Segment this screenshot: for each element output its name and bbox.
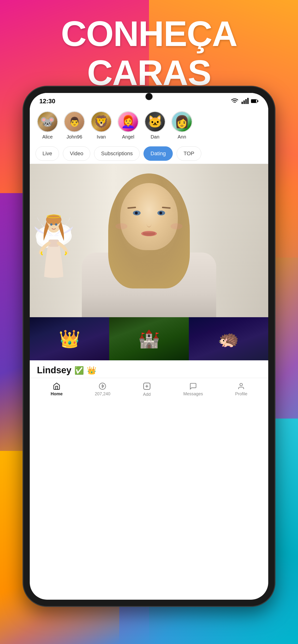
svg-point-13 (55, 223, 57, 226)
tab-video[interactable]: Video (63, 146, 90, 161)
crown-badge: 👑 (87, 366, 96, 375)
status-icons (231, 97, 259, 105)
message-icon (189, 382, 197, 390)
svg-rect-3 (245, 99, 247, 104)
eye-right (158, 210, 165, 216)
nav-add[interactable]: Add (142, 382, 151, 397)
status-time: 12:30 (39, 98, 55, 105)
wifi-icon (231, 97, 238, 105)
story-avatar-angel: 👩‍🦰 (117, 111, 139, 132)
story-angel[interactable]: 👩‍🦰 Angel (117, 111, 139, 140)
story-name-angel: Angel (122, 134, 134, 140)
nav-label-add: Add (143, 392, 151, 397)
story-name-ivan: Ivan (97, 134, 106, 140)
story-avatar-john96: 👨 (64, 111, 85, 132)
eyebrow-right (162, 206, 171, 209)
svg-point-19 (240, 383, 243, 386)
bottom-nav: Home 207,240 Add (30, 378, 268, 403)
story-avatar-ivan: 🦁 (91, 111, 112, 132)
tab-live[interactable]: Live (36, 146, 59, 161)
phone-camera (145, 93, 153, 100)
svg-rect-4 (247, 98, 249, 104)
coin-icon (99, 382, 106, 390)
story-avatar-ann: 👩 (171, 111, 192, 132)
thumbnail-crown[interactable]: 👑 (30, 317, 109, 360)
profile-name: Lindsey (37, 365, 72, 376)
story-dan[interactable]: 🐱 Dan (144, 111, 166, 140)
person-face (120, 183, 178, 250)
thumb-icon-crown: 👑 (59, 329, 80, 349)
svg-rect-1 (242, 102, 243, 104)
home-icon (53, 382, 60, 390)
story-avatar-dan: 🐱 (144, 111, 166, 132)
story-name-john96: John96 (66, 134, 82, 140)
person-smile (143, 232, 155, 236)
story-name-alice: Alice (42, 134, 53, 140)
svg-rect-2 (244, 100, 245, 104)
angel-character (35, 202, 73, 280)
thumbnail-castle[interactable]: 🏰 (109, 317, 189, 360)
eye-left (133, 210, 140, 216)
eyes-container (133, 210, 165, 216)
thumbnails-row: 👑 🏰 🦔 (30, 317, 268, 360)
nav-messages[interactable]: Messages (183, 382, 203, 396)
story-name-ann: Ann (178, 134, 186, 140)
angel-svg (35, 202, 73, 279)
thumb-icon-castle: 🏰 (138, 329, 160, 349)
cheek-right (171, 223, 183, 229)
signal-icon (241, 97, 249, 105)
add-icon (142, 382, 151, 390)
tabs-row: Live Video Subscriptions Dating TOP (30, 144, 268, 164)
cheek-left (115, 223, 127, 229)
main-photo[interactable] (30, 164, 268, 317)
story-alice[interactable]: 🐭 Alice (37, 111, 58, 140)
nav-label-messages: Messages (183, 392, 203, 396)
person-icon (237, 382, 245, 390)
verified-badge: ✅ (74, 366, 84, 375)
tab-top[interactable]: TOP (177, 146, 201, 161)
nav-label-home: Home (51, 392, 63, 396)
name-section: Lindsey ✅ 👑 (30, 360, 268, 378)
nav-label-coins: 207,240 (95, 392, 110, 396)
story-ann[interactable]: 👩 Ann (171, 111, 192, 140)
svg-rect-6 (251, 100, 256, 102)
phone-screen: 12:30 (30, 93, 268, 600)
nav-profile[interactable]: Profile (235, 382, 247, 396)
story-name-dan: Dan (151, 134, 160, 140)
nav-home[interactable]: Home (51, 382, 63, 396)
battery-icon (251, 97, 259, 105)
stories-row: 🐭 Alice 👨 John96 (30, 107, 268, 144)
tab-dating[interactable]: Dating (143, 146, 173, 161)
nav-coins[interactable]: 207,240 (95, 382, 110, 396)
eyebrow-left (127, 206, 136, 209)
svg-point-12 (50, 223, 53, 226)
svg-point-11 (46, 214, 61, 225)
nav-label-profile: Profile (235, 392, 247, 396)
thumb-icon-creature: 🦔 (218, 329, 239, 349)
phone-mockup: 12:30 (23, 86, 275, 606)
phone-frame: 12:30 (23, 86, 275, 606)
story-john96[interactable]: 👨 John96 (64, 111, 85, 140)
story-ivan[interactable]: 🦁 Ivan (91, 111, 112, 140)
tab-subscriptions[interactable]: Subscriptions (94, 146, 140, 161)
thumbnail-creature[interactable]: 🦔 (189, 317, 268, 360)
story-avatar-alice: 🐭 (37, 111, 58, 132)
person-nose (146, 220, 152, 227)
